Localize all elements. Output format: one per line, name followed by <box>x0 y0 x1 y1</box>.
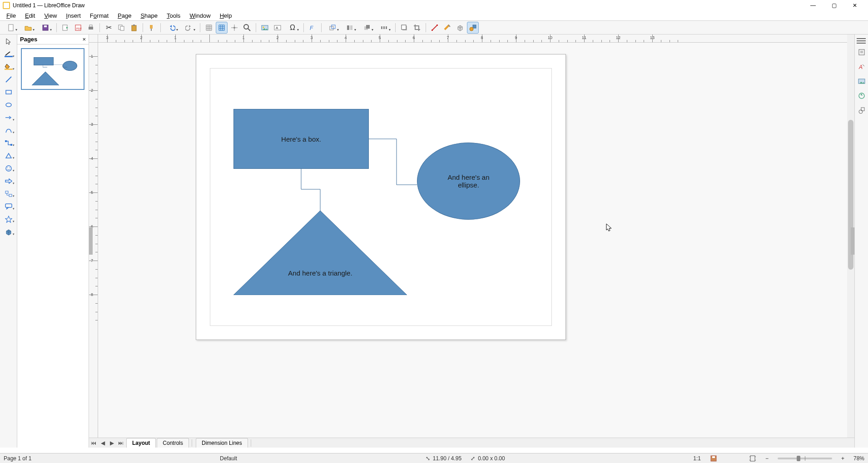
shape-triangle[interactable]: And here's a triangle. <box>233 211 407 295</box>
distribute-button[interactable] <box>376 22 392 34</box>
export-pdf-button[interactable]: PDF <box>72 22 84 34</box>
status-page[interactable]: Page 1 of 1 <box>4 455 31 462</box>
shadow-button[interactable] <box>398 22 410 34</box>
flowchart-tool[interactable] <box>2 189 15 199</box>
new-button[interactable] <box>3 22 19 34</box>
redo-button[interactable] <box>181 22 197 34</box>
horizontal-ruler[interactable]: 32112345678910111213 <box>98 34 847 43</box>
menu-edit[interactable]: Edit <box>21 11 39 20</box>
fontwork-button[interactable]: F <box>307 22 318 34</box>
cut-button[interactable]: ✂ <box>103 22 114 34</box>
export-button[interactable] <box>60 22 71 34</box>
basic-shapes-tool[interactable] <box>2 151 15 161</box>
status-bar: Page 1 of 1 Default ⤡ 11.90 / 4.95 ⤢ 0.0… <box>0 453 868 463</box>
callout-tool[interactable] <box>2 202 15 212</box>
menu-format[interactable]: Format <box>86 11 112 20</box>
arrange-button[interactable] <box>359 22 375 34</box>
shape-rectangle[interactable]: Here's a box. <box>233 109 369 169</box>
tab-dimension-lines[interactable]: Dimension Lines <box>196 438 248 448</box>
select-tool[interactable] <box>2 36 15 46</box>
menu-view[interactable]: View <box>40 11 60 20</box>
tab-nav-last[interactable]: ⏭ <box>116 438 125 448</box>
status-style[interactable]: Default <box>220 455 237 462</box>
right-splitter-grip[interactable] <box>851 227 854 255</box>
copy-button[interactable] <box>115 22 127 34</box>
sidebar-navigator-icon[interactable] <box>857 91 867 101</box>
curve-tool[interactable] <box>2 125 15 135</box>
svg-point-39 <box>6 103 11 107</box>
menu-window[interactable]: Window <box>186 11 214 20</box>
position-icon: ⤡ <box>426 455 430 462</box>
line-color-tool[interactable] <box>2 49 15 59</box>
insert-special-char-button[interactable]: Ω <box>284 22 301 34</box>
menu-file[interactable]: File <box>3 11 20 20</box>
stars-tool[interactable] <box>2 214 15 224</box>
page-viewport[interactable]: Here's a box. And here's an ellipse. And… <box>98 43 847 440</box>
shape-ellipse[interactable]: And here's an ellipse. <box>417 143 520 220</box>
save-button[interactable] <box>37 22 54 34</box>
minimize-button[interactable]: — <box>803 0 823 11</box>
sidebar-settings-icon[interactable] <box>857 37 866 44</box>
gluepoints-button[interactable] <box>441 22 453 34</box>
rectangle-tool[interactable] <box>2 87 15 97</box>
tab-controls[interactable]: Controls <box>157 438 189 448</box>
menu-bar: File Edit View Insert Format Page Shape … <box>0 11 868 21</box>
sidebar-gallery-icon[interactable] <box>857 76 867 86</box>
draw-functions-button[interactable] <box>467 22 479 34</box>
pages-panel-close-icon[interactable]: × <box>82 36 86 43</box>
block-arrows-tool[interactable] <box>2 176 15 186</box>
tab-nav-next[interactable]: ▶ <box>107 438 116 448</box>
insert-image-button[interactable] <box>259 22 271 34</box>
line-tool[interactable] <box>2 74 15 84</box>
extrusion-button[interactable] <box>454 22 466 34</box>
status-scale[interactable]: 1:1 <box>693 455 701 462</box>
3d-objects-tool[interactable] <box>2 227 15 237</box>
zoom-slider[interactable] <box>778 458 832 459</box>
zoom-in-button[interactable]: + <box>841 455 844 462</box>
menu-insert[interactable]: Insert <box>62 11 84 20</box>
symbol-shapes-tool[interactable] <box>2 163 15 173</box>
svg-point-35 <box>470 27 473 31</box>
sidebar-properties-icon[interactable] <box>857 47 867 57</box>
print-button[interactable] <box>85 22 97 34</box>
tab-nav-first[interactable]: ⏮ <box>89 438 98 448</box>
svg-rect-34 <box>473 25 476 28</box>
clone-format-button[interactable] <box>146 22 158 34</box>
transform-button[interactable] <box>324 22 341 34</box>
svg-rect-12 <box>150 25 153 29</box>
svg-rect-46 <box>9 194 12 197</box>
left-splitter-grip[interactable] <box>89 227 93 255</box>
menu-tools[interactable]: Tools <box>163 11 184 20</box>
fit-page-icon[interactable] <box>749 455 756 462</box>
menu-shape[interactable]: Shape <box>137 11 161 20</box>
tab-layout[interactable]: Layout <box>126 438 156 448</box>
sidebar-shapes-icon[interactable] <box>857 105 867 115</box>
zoom-out-button[interactable]: − <box>765 455 769 462</box>
insert-textbox-button[interactable]: A <box>272 22 283 34</box>
close-button[interactable]: ✕ <box>844 0 865 11</box>
edit-points-button[interactable] <box>429 22 441 34</box>
zoom-button[interactable] <box>241 22 253 34</box>
open-button[interactable] <box>20 22 36 34</box>
arrow-tool[interactable] <box>2 113 15 123</box>
helplines-button[interactable] <box>228 22 240 34</box>
sidebar-styles-icon[interactable]: A <box>857 62 867 72</box>
fill-color-tool[interactable] <box>2 62 15 72</box>
connector-tool[interactable] <box>2 138 15 148</box>
undo-button[interactable] <box>164 22 180 34</box>
status-save-icon[interactable] <box>710 455 717 462</box>
snap-grid-button[interactable] <box>216 22 228 34</box>
drawing-page[interactable]: Here's a box. And here's an ellipse. And… <box>196 54 566 340</box>
menu-help[interactable]: Help <box>216 11 236 20</box>
title-bar: Untitled 1 — LibreOffice Draw — ▢ ✕ <box>0 0 868 11</box>
zoom-percent[interactable]: 78% <box>853 455 864 462</box>
tab-nav-prev[interactable]: ◀ <box>98 438 107 448</box>
paste-button[interactable] <box>128 22 140 34</box>
grid-button[interactable] <box>203 22 215 34</box>
ellipse-tool[interactable] <box>2 100 15 110</box>
maximize-button[interactable]: ▢ <box>823 0 844 11</box>
page-thumbnail-1[interactable]: 1 <box>21 48 85 90</box>
crop-button[interactable] <box>411 22 423 34</box>
menu-page[interactable]: Page <box>114 11 135 20</box>
align-button[interactable] <box>342 22 358 34</box>
